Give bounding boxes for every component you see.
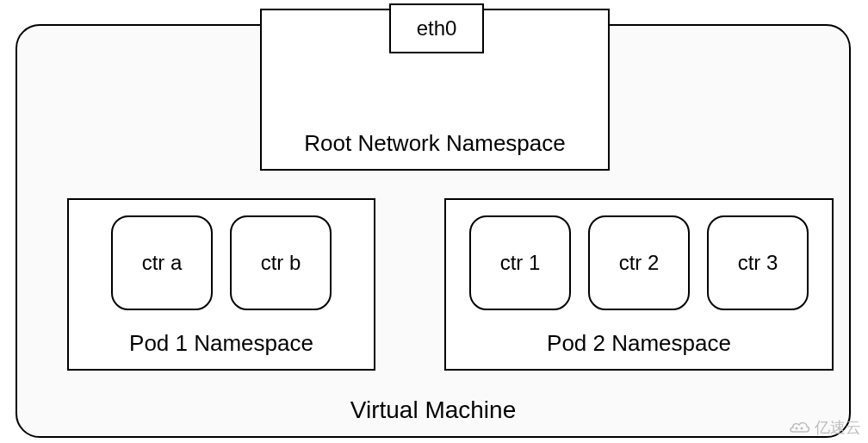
container-label: ctr a (142, 251, 183, 275)
cloud-icon (787, 420, 811, 435)
pod1-label: Pod 1 Namespace (69, 330, 374, 357)
container-box: ctr b (230, 215, 332, 310)
container-box: ctr 1 (469, 215, 571, 310)
container-label: ctr 3 (738, 251, 778, 275)
container-label: ctr 1 (500, 251, 541, 275)
pod1-namespace-box: ctr a ctr b Pod 1 Namespace (67, 198, 375, 371)
container-label: ctr b (261, 251, 301, 275)
svg-point-1 (801, 427, 803, 430)
pod2-namespace-box: ctr 1 ctr 2 ctr 3 Pod 2 Namespace (444, 198, 834, 371)
container-box: ctr 3 (707, 215, 809, 310)
container-box: ctr a (111, 215, 213, 310)
eth0-label: eth0 (417, 16, 457, 41)
container-box: ctr 2 (588, 215, 690, 310)
vm-box: eth0 Root Network Namespace ctr a ctr b … (16, 24, 851, 438)
watermark-text: 亿速云 (815, 417, 861, 438)
pod2-container-row: ctr 1 ctr 2 ctr 3 (446, 215, 832, 310)
svg-point-0 (796, 427, 798, 430)
pod1-container-row: ctr a ctr b (69, 215, 374, 310)
eth0-interface-box: eth0 (389, 3, 484, 53)
container-label: ctr 2 (619, 251, 660, 275)
watermark: 亿速云 (787, 417, 861, 438)
root-namespace-label: Root Network Namespace (262, 130, 608, 157)
pod2-label: Pod 2 Namespace (446, 330, 832, 357)
vm-label: Virtual Machine (17, 396, 849, 424)
root-namespace-box: eth0 Root Network Namespace (260, 9, 610, 171)
